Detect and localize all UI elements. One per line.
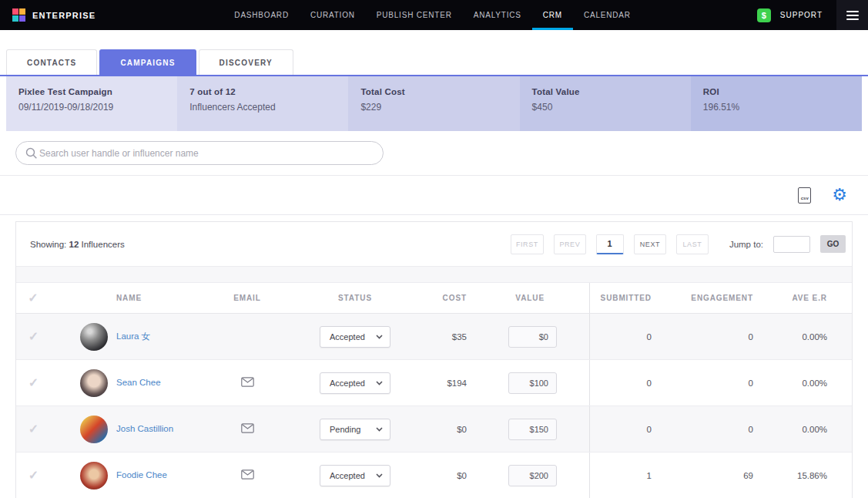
pagination-first-button[interactable]: FIRST [511, 234, 544, 254]
chevron-down-icon [376, 335, 383, 339]
chevron-down-icon [376, 473, 383, 478]
tab-campaigns[interactable]: CAMPAIGNS [99, 49, 196, 75]
header-cost: COST [417, 294, 467, 302]
cost-value: $194 [417, 379, 467, 388]
table-row: ✓ Laura 女 Accepted $35 0 0 0.00% [16, 314, 852, 360]
cost-value: $35 [417, 332, 467, 342]
value-input[interactable] [508, 326, 557, 348]
engagement-value: 0 [652, 379, 753, 388]
pagination: FIRST PREV 1 NEXT LAST Jump to: GO [511, 234, 846, 254]
ave-er-value: 15.86% [753, 471, 827, 480]
pagination-prev-button[interactable]: PREV [554, 234, 586, 254]
tab-discovery[interactable]: DISCOVERY [199, 49, 293, 75]
value-input[interactable] [508, 419, 557, 440]
email-icon[interactable] [241, 377, 254, 387]
stat-influencers-accepted: 7 out of 12 Influencers Accepted [177, 76, 348, 131]
influencer-name-link[interactable]: Josh Castillion [116, 422, 173, 435]
header-name: NAME [116, 294, 201, 302]
search-icon [25, 147, 38, 160]
header-ave-er: AVE E.R [753, 294, 827, 302]
status-dropdown[interactable]: Accepted [320, 326, 390, 348]
submitted-value: 1 [590, 471, 652, 480]
chevron-down-icon [376, 381, 383, 385]
avatar[interactable] [80, 416, 108, 443]
spend-badge[interactable]: $ [757, 8, 771, 22]
header-engagement: ENGAGEMENT [652, 294, 753, 302]
submitted-value: 0 [590, 332, 652, 342]
table-row: ✓ Foodie Chee Accepted $0 1 69 15.86% [16, 453, 852, 498]
influencer-name-link[interactable]: Sean Chee [116, 376, 161, 389]
table-row: ✓ Josh Castillion Pending $0 0 0 0.00% [16, 406, 852, 453]
select-all-check-icon[interactable]: ✓ [28, 291, 39, 305]
gear-icon[interactable]: ⚙ [832, 187, 847, 204]
nav-item-curation[interactable]: CURATION [300, 0, 366, 30]
stat-campaign-name: Pixlee Test Campaign 09/11/2019-09/18/20… [6, 76, 177, 131]
submitted-value: 0 [590, 379, 652, 388]
search-input[interactable] [38, 147, 374, 160]
search-box [15, 141, 384, 165]
ave-er-value: 0.00% [753, 332, 827, 342]
tab-strip: CONTACTS CAMPAIGNS DISCOVERY [0, 49, 868, 76]
main-nav: DASHBOARD CURATION PUBLISH CENTER ANALYT… [223, 0, 641, 30]
status-dropdown[interactable]: Pending [320, 419, 390, 440]
export-csv-icon[interactable]: csv [798, 187, 811, 204]
avatar[interactable] [80, 369, 108, 397]
ave-er-value: 0.00% [753, 379, 827, 388]
nav-item-crm[interactable]: CRM [532, 0, 573, 30]
cost-value: $0 [417, 425, 467, 434]
pixlee-brand[interactable]: ENTERPRISE [0, 0, 108, 30]
value-input[interactable] [508, 372, 557, 394]
influencer-name-link[interactable]: Laura 女 [116, 330, 150, 342]
influencer-table-panel: Showing: 12 Influencers FIRST PREV 1 NEX… [15, 221, 853, 498]
ave-er-value: 0.00% [753, 425, 827, 434]
row-check-icon[interactable]: ✓ [28, 376, 39, 389]
row-check-icon[interactable]: ✓ [28, 469, 39, 482]
showing-count: Showing: 12 Influencers [30, 240, 125, 249]
avatar[interactable] [80, 462, 108, 490]
engagement-value: 0 [652, 425, 753, 434]
header-submitted: SUBMITTED [590, 294, 652, 302]
email-icon[interactable] [241, 469, 254, 479]
status-dropdown[interactable]: Accepted [320, 465, 390, 486]
table-spacer-strip [16, 266, 852, 283]
engagement-value: 69 [652, 471, 753, 480]
value-input[interactable] [508, 465, 557, 486]
header-email: EMAIL [201, 294, 293, 302]
influencer-name-link[interactable]: Foodie Chee [116, 469, 167, 481]
chevron-down-icon [376, 427, 383, 432]
row-check-icon[interactable]: ✓ [28, 422, 39, 436]
table-header-row: ✓ NAME EMAIL STATUS COST VALUE SUBMITTED… [16, 283, 852, 314]
avatar[interactable] [80, 323, 108, 351]
nav-right-group: $ SUPPORT [757, 0, 868, 30]
submitted-value: 0 [590, 425, 652, 434]
search-section [0, 131, 868, 175]
hamburger-menu-icon[interactable] [836, 0, 868, 30]
stat-roi: ROI 196.51% [691, 76, 862, 131]
nav-item-publish-center[interactable]: PUBLISH CENTER [366, 0, 463, 30]
status-dropdown[interactable]: Accepted [320, 372, 390, 394]
jump-to-input[interactable] [773, 236, 810, 253]
stat-total-value: Total Value $450 [520, 76, 691, 131]
nav-item-analytics[interactable]: ANALYTICS [463, 0, 532, 30]
nav-item-dashboard[interactable]: DASHBOARD [223, 0, 300, 30]
table-controls: Showing: 12 Influencers FIRST PREV 1 NEX… [16, 222, 852, 266]
pagination-next-button[interactable]: NEXT [634, 234, 666, 254]
cost-value: $0 [417, 471, 467, 480]
brand-label: ENTERPRISE [32, 11, 96, 20]
table-row: ✓ Sean Chee Accepted $194 0 0 0.00% [16, 360, 852, 406]
row-check-icon[interactable]: ✓ [28, 330, 39, 343]
campaign-stats-bar: Pixlee Test Campaign 09/11/2019-09/18/20… [6, 76, 862, 131]
header-status: STATUS [293, 294, 417, 302]
jump-to-label: Jump to: [729, 240, 763, 249]
table-toolbar: csv ⚙ [0, 175, 868, 215]
nav-item-calendar[interactable]: CALENDAR [573, 0, 642, 30]
pagination-page-1-button[interactable]: 1 [596, 234, 624, 254]
go-button[interactable]: GO [820, 235, 846, 253]
pagination-last-button[interactable]: LAST [676, 234, 709, 254]
header-value: VALUE [467, 294, 563, 302]
tab-contacts[interactable]: CONTACTS [6, 49, 97, 75]
stat-total-cost: Total Cost $229 [348, 76, 519, 131]
support-link[interactable]: SUPPORT [780, 11, 823, 19]
top-navbar: ENTERPRISE DASHBOARD CURATION PUBLISH CE… [0, 0, 868, 30]
email-icon[interactable] [241, 423, 254, 433]
